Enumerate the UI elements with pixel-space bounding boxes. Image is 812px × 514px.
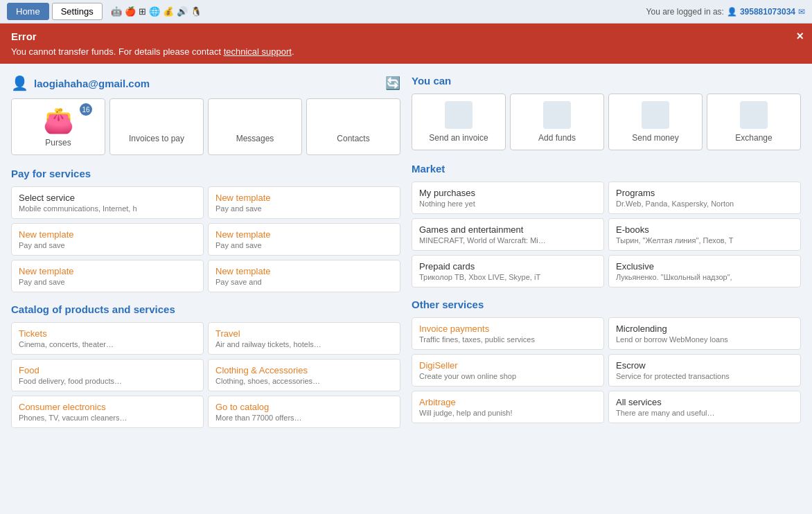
close-button[interactable]: × xyxy=(796,29,804,44)
service-1-name: New template xyxy=(215,193,393,203)
other-services-grid: Invoice payments Traffic fines, taxes, p… xyxy=(412,317,801,423)
envelope-icon[interactable]: ✉ xyxy=(798,7,805,17)
contacts-tile[interactable]: Contacts xyxy=(306,98,400,155)
programs-sub: Dr.Web, Panda, Kaspersky, Norton xyxy=(616,200,793,208)
wm-icon: 💰 xyxy=(163,6,174,17)
windows-icon: ⊞ xyxy=(139,6,146,17)
food-name: Food xyxy=(19,365,196,375)
catalog-item-food[interactable]: Food Food delivery, food products… xyxy=(11,359,204,391)
home-button[interactable]: Home xyxy=(7,3,49,20)
messages-tile[interactable]: Messages xyxy=(208,98,302,155)
market-item-games[interactable]: Games and entertainment MINECRAFT, World… xyxy=(412,218,604,251)
prepaid-sub: Триколор ТВ, Xbox LIVE, Skype, iT xyxy=(419,273,597,281)
service-4-sub: Pay and save xyxy=(19,278,196,286)
service-select-sub: Mobile communications, Internet, h xyxy=(19,204,196,213)
clothing-name: Clothing & Accessories xyxy=(215,365,393,375)
send-invoice-icon xyxy=(445,101,473,129)
service-5-name: New template xyxy=(215,266,393,276)
all-services-sub: There are many and useful… xyxy=(616,409,793,417)
user-email: laogiahaha@gmail.com xyxy=(34,78,150,89)
games-sub: MINECRAFT, World of Warcraft: Mi… xyxy=(419,236,597,245)
ebooks-name: E-books xyxy=(616,224,793,235)
all-services-name: All services xyxy=(616,397,793,407)
service-item-4[interactable]: New template Pay and save xyxy=(11,260,204,292)
tickets-name: Tickets xyxy=(19,328,196,339)
games-name: Games and entertainment xyxy=(419,224,597,235)
market-grid: My purchases Nothing here yet Programs D… xyxy=(412,181,801,287)
market-item-programs[interactable]: Programs Dr.Web, Panda, Kaspersky, Norto… xyxy=(608,181,801,214)
ebooks-sub: Тырин, "Желтая линия", Пехов, Т xyxy=(616,236,793,245)
market-item-purchases[interactable]: My purchases Nothing here yet xyxy=(412,181,604,214)
catalog-item-tickets[interactable]: Tickets Cinema, concerts, theater… xyxy=(11,322,204,355)
catalog-item-travel[interactable]: Travel Air and railway tickets, hotels… xyxy=(208,322,400,355)
market-item-prepaid[interactable]: Prepaid cards Триколор ТВ, Xbox LIVE, Sk… xyxy=(412,255,604,287)
you-can-tiles: Send an invoice Add funds Send money Exc… xyxy=(412,94,801,150)
digiseller-name: DigiSeller xyxy=(419,360,597,371)
service-1-sub: Pay and save xyxy=(215,204,393,213)
goto-name: Go to catalog xyxy=(215,402,393,412)
exclusive-sub: Лукьяненко. "Школьный надзор", xyxy=(616,273,793,281)
market-item-exclusive[interactable]: Exclusive Лукьяненко. "Школьный надзор", xyxy=(608,255,801,287)
exclusive-name: Exclusive xyxy=(616,261,793,272)
error-text: You cannot transfer funds. For details p… xyxy=(11,46,224,57)
service-item-1[interactable]: New template Pay and save xyxy=(208,186,400,219)
catalog-item-goto[interactable]: Go to catalog More than 77000 offers… xyxy=(208,396,400,428)
catalog-title: Catalog of products and services xyxy=(11,303,400,315)
tickets-sub: Cinema, concerts, theater… xyxy=(19,340,196,348)
programs-name: Programs xyxy=(616,188,793,198)
messages-label: Messages xyxy=(213,134,297,143)
android-icon: 🤖 xyxy=(111,6,122,17)
service-item-2[interactable]: New template Pay and save xyxy=(11,223,204,256)
arbitrage-sub: Will judge, help and punish! xyxy=(419,409,597,417)
service-item-select[interactable]: Select service Mobile communications, In… xyxy=(11,186,204,219)
audio-icon: 🔊 xyxy=(177,6,188,17)
prepaid-name: Prepaid cards xyxy=(419,261,597,272)
user-avatar-icon: 👤 xyxy=(11,75,28,91)
service-3-sub: Pay and save xyxy=(215,241,393,249)
service-2-name: New template xyxy=(19,229,196,240)
error-message: You cannot transfer funds. For details p… xyxy=(11,46,801,57)
food-sub: Food delivery, food products… xyxy=(19,377,196,385)
other-item-invoice[interactable]: Invoice payments Traffic fines, taxes, p… xyxy=(412,317,604,350)
exchange-tile[interactable]: Exchange xyxy=(707,94,801,150)
right-panel: You can Send an invoice Add funds Send m… xyxy=(412,75,801,428)
purchases-sub: Nothing here yet xyxy=(419,200,597,208)
service-4-name: New template xyxy=(19,266,196,276)
catalog-item-clothing[interactable]: Clothing & Accessories Clothing, shoes, … xyxy=(208,359,400,391)
service-item-5[interactable]: New template Pay save and xyxy=(208,260,400,292)
other-item-escrow[interactable]: Escrow Service for protected transaction… xyxy=(608,354,801,387)
add-funds-label: Add funds xyxy=(515,133,599,143)
other-item-arbitrage[interactable]: Arbitrage Will judge, help and punish! xyxy=(412,391,604,423)
arbitrage-name: Arbitrage xyxy=(419,397,597,407)
wmid-link[interactable]: 395881073034 xyxy=(740,7,795,17)
add-funds-tile[interactable]: Add funds xyxy=(510,94,604,150)
contacts-icon xyxy=(311,106,396,131)
refresh-icon[interactable]: 🔄 xyxy=(385,76,400,91)
catalog-item-electronics[interactable]: Consumer electronics Phones, TV, vacuum … xyxy=(11,396,204,428)
send-money-tile[interactable]: Send money xyxy=(608,94,703,150)
purchases-name: My purchases xyxy=(419,188,597,198)
content-grid: 👤 laogiahaha@gmail.com 🔄 16 👛 Purses Inv… xyxy=(11,75,801,428)
other-item-allservices[interactable]: All services There are many and useful… xyxy=(608,391,801,423)
other-item-digiseller[interactable]: DigiSeller Create your own online shop xyxy=(412,354,604,387)
technical-support-link[interactable]: technical support xyxy=(224,46,292,57)
header: Home Settings 🤖 🍎 ⊞ 🌐 💰 🔊 🐧 You are logg… xyxy=(0,0,812,24)
service-select-name: Select service xyxy=(19,193,196,203)
invoices-icon xyxy=(114,106,199,131)
invoices-tile[interactable]: Invoices to pay xyxy=(109,98,204,155)
exchange-icon xyxy=(740,101,768,129)
pay-for-services-grid: Select service Mobile communications, In… xyxy=(11,186,400,292)
system-icons: 🤖 🍎 ⊞ 🌐 💰 🔊 🐧 xyxy=(111,6,202,17)
purses-tile[interactable]: 16 👛 Purses xyxy=(11,98,105,155)
electronics-name: Consumer electronics xyxy=(19,402,196,412)
service-item-3[interactable]: New template Pay and save xyxy=(208,223,400,256)
send-invoice-tile[interactable]: Send an invoice xyxy=(412,94,506,150)
other-item-microlending[interactable]: Microlending Lend or borrow WebMoney loa… xyxy=(608,317,801,350)
invoice-payments-name: Invoice payments xyxy=(419,324,597,334)
settings-button[interactable]: Settings xyxy=(52,3,103,20)
invoices-label: Invoices to pay xyxy=(114,134,199,143)
market-item-ebooks[interactable]: E-books Тырин, "Желтая линия", Пехов, Т xyxy=(608,218,801,251)
exchange-label: Exchange xyxy=(712,133,796,143)
add-funds-icon xyxy=(543,101,571,129)
contacts-label: Contacts xyxy=(311,134,396,143)
